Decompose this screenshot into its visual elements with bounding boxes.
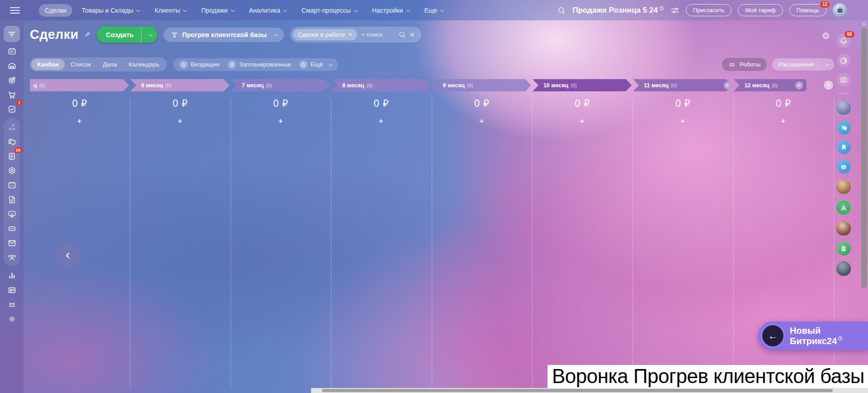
help-badge: 12	[820, 1, 830, 8]
board-settings-gear-icon[interactable]: ⚙	[822, 30, 830, 41]
chat-avatar[interactable]	[836, 261, 851, 276]
sidebar-item-robots[interactable]	[4, 297, 20, 312]
notifications-bell[interactable]: 66	[837, 34, 851, 48]
nav-item-analytics[interactable]: Аналитика	[243, 4, 292, 17]
open-lines-button[interactable]	[837, 73, 851, 87]
chat-item-messages[interactable]	[837, 121, 851, 135]
stage-header[interactable]: 7 месяц(0)	[231, 79, 330, 91]
stage-header[interactable]: ц(0)	[30, 79, 129, 91]
sidebar-item-mail[interactable]	[4, 236, 20, 250]
sidebar-item-documents[interactable]	[4, 192, 20, 207]
stage-sum: 0 ₽	[331, 98, 430, 109]
hamburger-menu-icon[interactable]	[10, 7, 20, 14]
sidebar-item-network[interactable]	[4, 120, 20, 134]
stage-header[interactable]: 6 месяц(0)	[130, 79, 229, 91]
clear-search-icon[interactable]: ✕	[410, 31, 415, 38]
nav-item-more[interactable]: Еще	[419, 4, 449, 17]
sidebar-item-groups[interactable]	[4, 250, 20, 265]
stage-header-selected[interactable]: 10 месяц(0)	[533, 79, 632, 91]
funnel-selector[interactable]: Прогрев клиентской базы	[164, 28, 284, 42]
stage-header[interactable]: 11 месяц(0)+	[633, 79, 732, 91]
chat-avatar[interactable]	[836, 179, 851, 194]
stage-count: (0)	[39, 83, 45, 88]
sidebar-item-shop[interactable]	[4, 87, 20, 102]
sidebar-item-crm[interactable]	[4, 26, 20, 42]
search-icon[interactable]	[398, 31, 406, 38]
tab-activities[interactable]: Дела	[97, 59, 123, 70]
add-deal-button[interactable]: +	[331, 117, 430, 126]
edit-title-icon[interactable]: ✎	[85, 31, 90, 39]
calendar-icon	[7, 180, 17, 190]
user-avatar[interactable]	[833, 3, 847, 18]
counter-more[interactable]: 0 Ещё	[299, 61, 332, 69]
horizontal-scroll-thumb[interactable]	[322, 389, 833, 392]
sidebar-item-bi[interactable]	[4, 268, 20, 283]
sidebar-item-tasks[interactable]: 7	[4, 102, 20, 116]
stage-sum: 0 ₽	[734, 98, 833, 109]
stage-header[interactable]: 9 месяц(0)	[432, 79, 531, 91]
create-dropdown[interactable]	[141, 27, 157, 43]
sidebar-item-messenger[interactable]	[4, 134, 20, 149]
portal-title[interactable]: Продажи Розница 5 24	[572, 6, 664, 15]
tab-calendar[interactable]: Календарь	[123, 59, 165, 70]
vertical-scroll-thumb[interactable]	[861, 28, 867, 288]
nav-item-settings[interactable]: Настройки	[366, 4, 415, 17]
chat-avatar[interactable]	[836, 221, 851, 236]
news-channel[interactable]	[837, 241, 851, 256]
add-deal-button[interactable]: +	[432, 117, 531, 126]
sidebar-item-calendar[interactable]	[4, 178, 20, 192]
stage-header[interactable]: 12 месяц(0)+	[734, 79, 807, 91]
nav-item-products[interactable]: Товары и Склады	[76, 4, 145, 17]
sidebar-item-drive[interactable]	[4, 221, 20, 236]
sidebar-item-automation[interactable]	[4, 163, 20, 178]
tab-list[interactable]: Список	[65, 59, 97, 70]
chat-avatar-letter[interactable]: A	[836, 200, 851, 215]
add-deal-button[interactable]: +	[130, 117, 229, 126]
counter-incoming[interactable]: 0 Входящие	[179, 61, 220, 69]
sidebar-item-planner[interactable]	[4, 44, 20, 58]
robots-button[interactable]: Роботы	[722, 58, 767, 71]
counter-planned[interactable]: 0 Запланированные	[228, 61, 291, 69]
extensions-label: Расширения	[778, 61, 814, 68]
add-deal-button[interactable]: +	[633, 117, 732, 126]
nav-item-deals[interactable]: Сделки	[39, 4, 72, 17]
add-stage-icon[interactable]: +	[724, 81, 731, 89]
add-deal-button[interactable]: +	[30, 117, 129, 126]
saved-messages[interactable]	[837, 140, 851, 154]
sidebar-item-boards[interactable]	[4, 207, 20, 221]
scroll-up-arrow[interactable]	[861, 22, 867, 25]
new-bitrix24-promo[interactable]: ← Новый Битрикс24	[758, 322, 868, 350]
my-tariff-button[interactable]: Мой тариф	[738, 4, 783, 16]
counter-value: 0	[179, 61, 188, 69]
gear-icon	[7, 314, 17, 324]
nav-item-smart-processes[interactable]: Смарт-процессы	[296, 4, 363, 17]
search-icon[interactable]	[557, 6, 566, 15]
chip-close-icon[interactable]: ✕	[348, 32, 352, 38]
sidebar-item-warehouse[interactable]	[4, 58, 20, 73]
chat-bot[interactable]	[837, 160, 851, 174]
nav-item-sales[interactable]: Продажи	[195, 4, 239, 17]
back-arrow-icon[interactable]: ←	[762, 325, 783, 346]
extensions-button[interactable]: Расширения	[772, 58, 834, 71]
tab-kanban[interactable]: Канбан	[31, 59, 65, 70]
chat-avatar[interactable]	[836, 100, 851, 115]
sidebar-item-contact-center[interactable]	[4, 283, 20, 297]
search-filter-bar[interactable]: Сделки в работе ✕ + поиск ✕	[290, 27, 421, 43]
add-deal-button[interactable]: +	[231, 117, 330, 126]
add-deal-button[interactable]: +	[533, 117, 632, 126]
create-button[interactable]: Создать	[97, 27, 157, 43]
nav-item-clients[interactable]: Клиенты	[149, 4, 192, 17]
sidebar-item-feed[interactable]: 29	[4, 149, 20, 163]
add-stage-icon[interactable]: +	[795, 81, 803, 89]
add-column-button[interactable]: +	[824, 80, 833, 90]
copilot-button[interactable]	[837, 53, 851, 67]
add-deal-button[interactable]: +	[734, 117, 833, 126]
sidebar-item-marketing[interactable]	[4, 73, 20, 87]
scroll-columns-left-button[interactable]: ‹	[55, 243, 80, 268]
sidebar-item-settings[interactable]	[4, 312, 20, 326]
filter-chip[interactable]: Сделки в работе ✕	[293, 29, 357, 40]
filter-sliders-icon[interactable]	[670, 6, 679, 15]
invite-button[interactable]: Пригласить	[686, 4, 732, 16]
stage-header[interactable]: 8 месяц(0)	[331, 79, 430, 91]
help-button[interactable]: Помощь12	[789, 4, 826, 16]
